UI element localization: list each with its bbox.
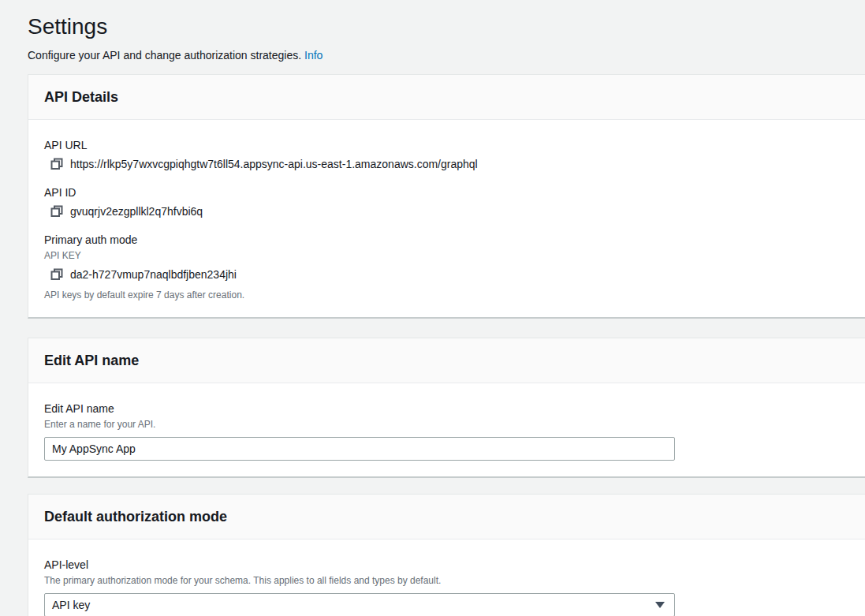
primary-auth-mode-label: Primary auth mode <box>44 232 849 248</box>
api-id-row: gvuqrjv2ezgpllkl2q7hfvbi6q <box>44 203 849 219</box>
page-title: Settings <box>28 13 865 41</box>
api-details-header: API Details <box>28 75 865 120</box>
api-url-label: API URL <box>44 137 849 153</box>
api-details-card: API Details API URL https://rlkp5y7wxvcg… <box>28 74 865 319</box>
edit-api-name-card: Edit API name Edit API name Enter a name… <box>28 338 865 478</box>
api-id-label: API ID <box>44 185 849 200</box>
api-key-expiry-note: API keys by default expire 7 days after … <box>44 289 849 301</box>
default-auth-mode-body: API-level The primary authorization mode… <box>28 539 865 616</box>
copy-icon <box>50 158 63 170</box>
api-name-field-label: Edit API name <box>44 401 849 416</box>
page-subtitle: Configure your API and change authorizat… <box>28 47 865 63</box>
caret-down-icon <box>655 602 665 608</box>
api-details-title: API Details <box>44 88 849 106</box>
default-auth-mode-card: Default authorization mode API-level The… <box>28 494 865 616</box>
copy-api-url-button[interactable] <box>50 158 63 170</box>
settings-page: Settings Configure your API and change a… <box>0 0 865 616</box>
copy-icon <box>50 205 63 218</box>
copy-icon <box>50 268 63 281</box>
info-link[interactable]: Info <box>304 49 323 62</box>
edit-api-name-header: Edit API name <box>28 338 865 383</box>
default-auth-mode-title: Default authorization mode <box>44 507 849 526</box>
edit-api-name-body: Edit API name Enter a name for your API. <box>28 383 865 476</box>
auth-mode-selected-value: API key <box>52 599 90 611</box>
api-level-label: API-level <box>44 557 849 573</box>
api-name-input[interactable] <box>44 437 675 461</box>
page-subtitle-text: Configure your API and change authorizat… <box>28 49 301 62</box>
api-name-field-description: Enter a name for your API. <box>44 418 849 431</box>
api-key-value: da2-h727vmup7naqlbdfjben234jhi <box>70 267 237 282</box>
primary-auth-type: API KEY <box>44 249 849 262</box>
copy-api-key-button[interactable] <box>50 268 63 281</box>
copy-api-id-button[interactable] <box>50 205 63 218</box>
api-key-row: da2-h727vmup7naqlbdfjben234jhi <box>44 267 849 282</box>
api-level-description: The primary authorization mode for your … <box>44 574 849 587</box>
api-details-body: API URL https://rlkp5y7wxvcgpiqhgtw7t6ll… <box>28 120 865 317</box>
api-url-row: https://rlkp5y7wxvcgpiqhgtw7t6ll54.appsy… <box>44 156 849 172</box>
auth-mode-select[interactable]: API key <box>44 593 675 616</box>
edit-api-name-title: Edit API name <box>44 351 849 370</box>
api-id-value: gvuqrjv2ezgpllkl2q7hfvbi6q <box>70 203 203 219</box>
default-auth-mode-header: Default authorization mode <box>28 495 865 539</box>
api-url-value: https://rlkp5y7wxvcgpiqhgtw7t6ll54.appsy… <box>70 156 478 172</box>
